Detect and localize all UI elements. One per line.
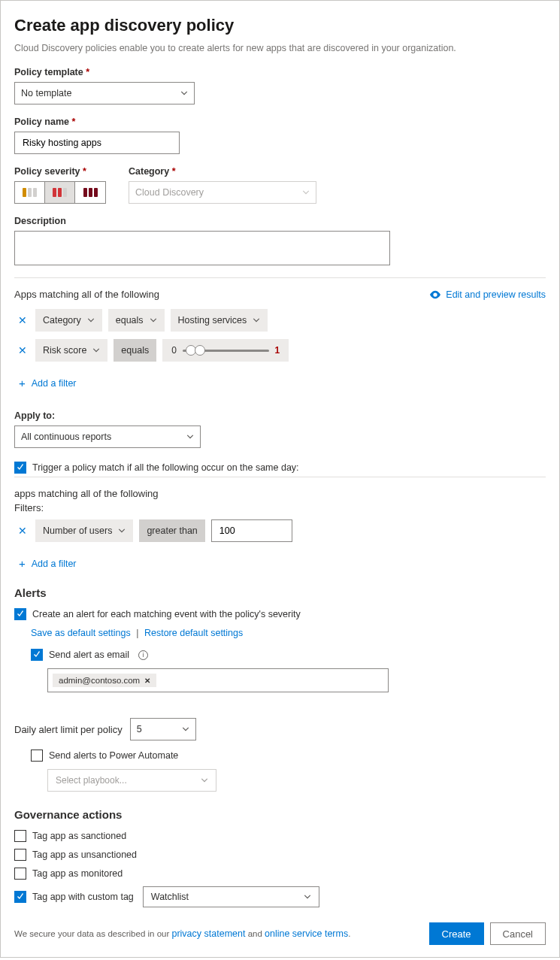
policy-severity-label: Policy severity [14,166,106,177]
remove-filter-icon[interactable]: ✕ [16,314,29,326]
plus-icon: + [19,377,26,389]
remove-email-icon[interactable]: ✕ [144,677,150,685]
chevron-down-icon [304,893,311,901]
filter1-op-chip[interactable]: equals [108,309,165,332]
daily-limit-select[interactable]: 5 [130,718,196,740]
custom-tag-value: Watchlist [151,892,189,902]
chevron-down-icon [182,725,189,733]
custom-tag-select[interactable]: Watchlist [143,886,319,907]
filter-users-value-input[interactable] [218,525,286,537]
slider-thumb-right[interactable] [195,345,205,356]
sanctioned-label: Tag app as sanctioned [32,831,126,841]
monitored-label: Tag app as monitored [32,868,123,879]
category-value: Cloud Discovery [135,187,204,198]
check-icon [32,650,41,659]
description-textarea[interactable] [14,231,390,265]
policy-name-input[interactable] [21,137,173,149]
remove-filter-icon[interactable]: ✕ [16,525,29,537]
add-filter-button[interactable]: + Add a filter [19,377,77,389]
chevron-down-icon [201,777,208,784]
check-icon [16,463,25,472]
check-icon [16,892,25,901]
terms-link[interactable]: online service terms [265,928,348,939]
filter1-value-chip[interactable]: Hosting services [171,309,268,332]
edit-preview-link[interactable]: Edit and preview results [430,289,546,300]
restore-defaults-link[interactable]: Restore default settings [144,628,243,638]
daily-limit-value: 5 [137,724,142,734]
filter-users-op-chip[interactable]: greater than [139,519,204,542]
remove-filter-icon[interactable]: ✕ [16,344,29,356]
filter2-op-chip[interactable]: equals [114,339,156,362]
daily-limit-label: Daily alert limit per policy [14,724,123,735]
filter-users-value-wrapper [211,519,292,542]
severity-low-button[interactable] [15,182,45,203]
chevron-down-icon [180,89,188,97]
apply-to-label: Apply to: [14,410,546,421]
trigger-checkbox[interactable] [14,462,26,474]
filters1-heading: Apps matching all of the following [14,289,159,300]
footer-text: We secure your data as described in our … [14,928,350,939]
policy-template-value: No template [21,88,71,98]
privacy-link[interactable]: privacy statement [171,928,245,939]
monitored-checkbox[interactable] [14,868,26,880]
check-icon [16,610,25,619]
policy-name-label: Policy name [14,117,546,127]
apply-to-select[interactable]: All continuous reports [14,425,201,448]
add-filter-button[interactable]: + Add a filter [19,557,77,570]
filters2-heading: apps matching all of the following [14,488,546,499]
unsanctioned-checkbox[interactable] [14,849,26,861]
page-title: Create app discovery policy [14,16,546,35]
policy-name-input-wrapper [14,132,180,154]
filter2-field-chip[interactable]: Risk score [35,339,107,362]
filter-users-field-chip[interactable]: Number of users [35,519,133,542]
unsanctioned-label: Tag app as unsanctioned [32,849,137,860]
save-defaults-link[interactable]: Save as default settings [31,628,131,638]
policy-template-select[interactable]: No template [14,82,195,104]
send-email-label: Send alert as email [49,650,129,660]
chevron-down-icon [87,316,95,324]
risk-score-slider[interactable]: 0 1 [162,339,289,362]
filter1-field-chip[interactable]: Category [35,309,102,332]
create-button[interactable]: Create [429,922,484,945]
slider-track[interactable] [183,350,269,352]
custom-tag-label: Tag app with custom tag [32,892,134,902]
chevron-down-icon [150,316,157,324]
create-alert-checkbox[interactable] [14,608,26,620]
apply-to-value: All continuous reports [21,432,111,442]
chevron-down-icon [186,433,194,441]
sanctioned-checkbox[interactable] [14,830,26,842]
chevron-down-icon [92,347,100,354]
chevron-down-icon [118,527,126,535]
slider-max: 1 [275,345,280,356]
severity-medium-button[interactable] [45,182,75,203]
playbook-select[interactable]: Select playbook... [47,769,216,792]
cancel-button[interactable]: Cancel [490,922,546,945]
policy-template-label: Policy template [14,67,546,77]
severity-high-button[interactable] [75,182,105,203]
email-input[interactable]: admin@contoso.com ✕ [47,668,389,692]
severity-group [14,181,106,204]
send-email-checkbox[interactable] [31,649,43,661]
power-automate-checkbox[interactable] [31,750,43,762]
category-select: Cloud Discovery [129,181,316,204]
plus-icon: + [19,557,26,570]
custom-tag-checkbox[interactable] [14,891,26,903]
trigger-label: Trigger a policy match if all the follow… [32,462,299,473]
governance-heading: Governance actions [14,808,546,821]
eye-icon [430,290,440,299]
description-label: Description [14,216,546,226]
category-label: Category [129,166,316,177]
chevron-down-icon [302,189,310,196]
filters2-filters-label: Filters: [14,502,546,513]
chevron-down-icon [253,316,260,324]
alerts-heading: Alerts [14,586,546,599]
page-subtitle: Cloud Discovery policies enable you to c… [14,43,546,53]
info-icon[interactable]: i [138,650,148,660]
email-chip: admin@contoso.com ✕ [53,674,156,687]
power-automate-label: Send alerts to Power Automate [49,750,178,761]
slider-min: 0 [171,345,177,356]
create-alert-label: Create an alert for each matching event … [32,609,301,619]
playbook-placeholder: Select playbook... [56,775,127,786]
